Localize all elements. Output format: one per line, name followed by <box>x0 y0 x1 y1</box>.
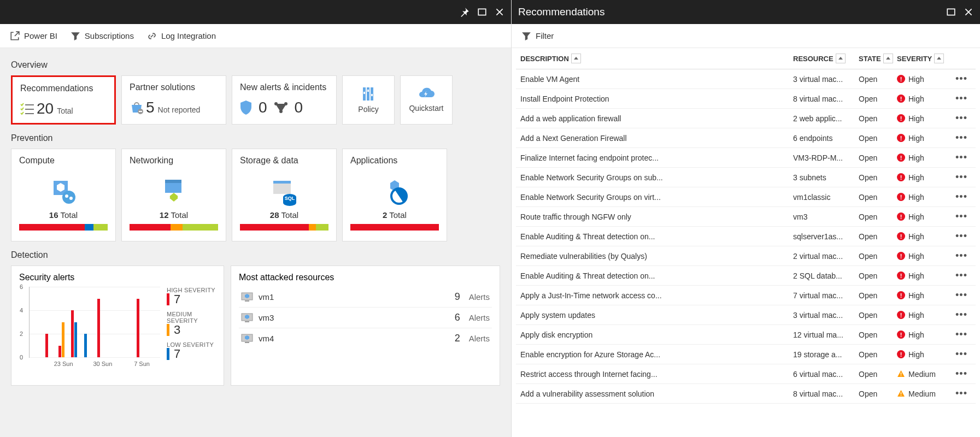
row-resource: 2 virtual mac... <box>793 250 859 262</box>
row-actions-button[interactable]: ••• <box>952 93 971 104</box>
severity-high-icon: ! <box>897 134 905 142</box>
log-integration-button[interactable]: Log Integration <box>147 31 216 41</box>
row-resource: 3 virtual mac... <box>793 309 859 321</box>
row-actions-button[interactable]: ••• <box>952 132 971 144</box>
attacked-resource-row[interactable]: vm3 6 Alerts <box>239 308 492 328</box>
recommendation-row[interactable]: Restrict access through Internet facing.… <box>516 364 976 384</box>
row-actions-button[interactable]: ••• <box>952 231 971 242</box>
recommendations-tile[interactable]: Recommendations 20Total <box>11 75 116 125</box>
policy-tile[interactable]: Policy <box>342 75 395 125</box>
row-description: Apply a Just-In-Time network access co..… <box>520 290 793 301</box>
row-resource: 19 storage a... <box>793 349 859 360</box>
recommendation-row[interactable]: Apply disk encryption 12 virtual ma... O… <box>516 325 976 345</box>
command-bar: Power BI Subscriptions Log Integration <box>0 24 511 48</box>
severity-legend-item: LOW SEVERITY7 <box>167 341 216 360</box>
row-actions-button[interactable]: ••• <box>952 191 971 203</box>
most-attacked-tile[interactable]: Most attacked resources vm1 9 Alerts vm3… <box>231 265 500 386</box>
close-icon[interactable] <box>964 7 973 17</box>
row-actions-button[interactable]: ••• <box>952 388 971 399</box>
col-resource[interactable]: RESOURCE <box>793 54 859 63</box>
row-actions-button[interactable]: ••• <box>952 250 971 262</box>
recommendation-row[interactable]: Enable Network Security Groups on sub...… <box>516 168 976 187</box>
severity-high-icon: ! <box>897 291 905 299</box>
recommendation-row[interactable]: Enable VM Agent 3 virtual mac... Open !H… <box>516 69 976 89</box>
recommendation-row[interactable]: Finalize Internet facing endpoint protec… <box>516 148 976 168</box>
row-severity: !High <box>897 270 952 281</box>
ps-suffix: Not reported <box>158 105 201 114</box>
recommendation-row[interactable]: Add a web application firewall 2 web app… <box>516 109 976 128</box>
maximize-icon[interactable] <box>477 7 487 17</box>
shield-count: 0 <box>259 99 267 116</box>
recommendation-row[interactable]: Add a Next Generation Firewall 6 endpoin… <box>516 128 976 148</box>
recommendation-row[interactable]: Enable Auditing & Threat detection on...… <box>516 227 976 246</box>
recommendation-row[interactable]: Enable Auditing & Threat detection on...… <box>516 266 976 286</box>
prevention-tile-storage-data[interactable]: Storage & data SQL 28 Total <box>232 149 337 241</box>
security-alerts-tile[interactable]: Security alerts 024623 Sun30 Sun7 Sun HI… <box>11 265 224 386</box>
ellipsis-icon: ••• <box>955 250 967 261</box>
new-alerts-tile[interactable]: New alerts & incidents 0 0 <box>232 75 337 125</box>
recommendation-row[interactable]: Route traffic through NGFW only vm3 Open… <box>516 207 976 227</box>
recommendation-row[interactable]: Enable Network Security Groups on virt..… <box>516 187 976 207</box>
prev-illustration-icon <box>378 175 411 208</box>
severity-high-icon: ! <box>897 193 905 201</box>
policy-icon <box>361 86 376 102</box>
row-state: Open <box>859 93 897 104</box>
filter-button[interactable]: Filter <box>521 31 554 41</box>
prevention-tile-applications[interactable]: Applications 2 Total <box>342 149 447 241</box>
severity-high-icon: ! <box>897 75 905 83</box>
row-severity: Medium <box>897 388 952 399</box>
row-resource: 2 SQL datab... <box>793 270 859 281</box>
row-actions-button[interactable]: ••• <box>952 329 971 340</box>
severity-high-icon: ! <box>897 95 905 103</box>
row-actions-button[interactable]: ••• <box>952 349 971 360</box>
recommendation-row[interactable]: Apply system updates 3 virtual mac... Op… <box>516 305 976 325</box>
prevention-tile-compute[interactable]: Compute 16 Total <box>11 149 116 241</box>
prev-illustration-icon <box>47 175 80 208</box>
row-resource: 8 virtual mac... <box>793 388 859 399</box>
row-resource: 3 virtual mac... <box>793 73 859 85</box>
svg-rect-35 <box>947 9 955 15</box>
row-actions-button[interactable]: ••• <box>952 290 971 301</box>
ellipsis-icon: ••• <box>955 113 967 123</box>
prevention-tile-networking[interactable]: Networking 12 Total <box>121 149 226 241</box>
row-severity: !High <box>897 290 952 301</box>
checklist-icon <box>20 103 34 115</box>
recommendation-row[interactable]: Enable encryption for Azure Storage Ac..… <box>516 345 976 364</box>
sort-icon <box>883 54 893 63</box>
col-state[interactable]: STATE <box>859 54 897 63</box>
row-severity: !High <box>897 152 952 163</box>
attacked-resource-row[interactable]: vm4 2 Alerts <box>239 328 492 349</box>
partner-solutions-tile[interactable]: Partner solutions 5Not reported <box>121 75 226 125</box>
prev-total: 28 Total <box>270 210 298 220</box>
col-description[interactable]: DESCRIPTION <box>520 54 793 63</box>
maximize-icon[interactable] <box>946 7 956 17</box>
ellipsis-icon: ••• <box>955 211 967 222</box>
row-actions-button[interactable]: ••• <box>952 309 971 321</box>
row-severity: !High <box>897 93 952 104</box>
recommendations-table: DESCRIPTION RESOURCE STATE SEVERITY Enab… <box>512 48 980 437</box>
row-actions-button[interactable]: ••• <box>952 113 971 124</box>
row-actions-button[interactable]: ••• <box>952 172 971 183</box>
row-severity: Medium <box>897 368 952 380</box>
row-actions-button[interactable]: ••• <box>952 152 971 163</box>
recommendation-row[interactable]: Add a vulnerability assessment solution … <box>516 384 976 404</box>
subscriptions-button[interactable]: Subscriptions <box>71 31 134 41</box>
row-actions-button[interactable]: ••• <box>952 211 971 222</box>
attacked-resource-row[interactable]: vm1 9 Alerts <box>239 287 492 308</box>
recommendation-row[interactable]: Apply a Just-In-Time network access co..… <box>516 286 976 305</box>
row-actions-button[interactable]: ••• <box>952 270 971 281</box>
powerbi-label: Power BI <box>24 31 57 40</box>
recommendation-row[interactable]: Install Endpoint Protection 8 virtual ma… <box>516 89 976 109</box>
quickstart-label: Quickstart <box>409 104 443 113</box>
powerbi-button[interactable]: Power BI <box>10 31 57 41</box>
close-icon[interactable] <box>495 7 504 17</box>
recommendation-row[interactable]: Remediate vulnerabilities (by Qualys) 2 … <box>516 246 976 266</box>
row-actions-button[interactable]: ••• <box>952 73 971 85</box>
prev-illustration-icon <box>157 175 190 208</box>
row-state: Open <box>859 113 897 124</box>
prevention-title: Prevention <box>11 133 500 143</box>
quickstart-tile[interactable]: Quickstart <box>400 75 453 125</box>
row-actions-button[interactable]: ••• <box>952 368 971 380</box>
pin-icon[interactable] <box>460 7 470 17</box>
col-severity[interactable]: SEVERITY <box>897 54 952 63</box>
